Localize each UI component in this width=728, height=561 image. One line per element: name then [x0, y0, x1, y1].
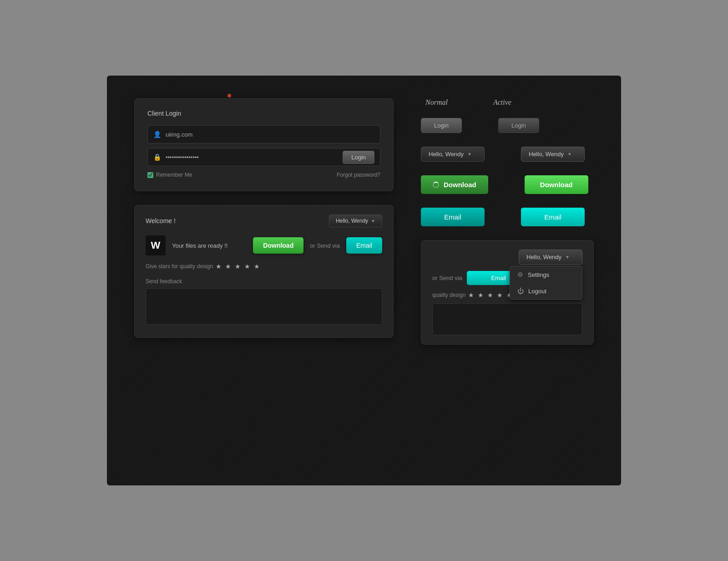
- lock-icon: 🔒: [153, 153, 161, 161]
- username-input-row: 👤: [147, 125, 380, 143]
- email-normal-button[interactable]: Email: [421, 208, 485, 226]
- welcome-title: Welcome !: [146, 217, 176, 224]
- right-column: Normal Active Login Login Hello, Wendy ▼…: [421, 98, 594, 463]
- welcome-dropdown-label: Hello, Wendy: [336, 218, 368, 224]
- settings-icon: ⚙: [517, 271, 523, 278]
- right-hello-label: Hello, Wendy: [526, 254, 561, 260]
- chevron-down-icon: ▼: [371, 219, 375, 224]
- email-buttons-row: Email Email: [421, 208, 594, 226]
- download-button-welcome[interactable]: Download: [253, 237, 303, 254]
- state-labels-row: Normal Active: [421, 98, 594, 107]
- right-stars-text: quality design: [432, 292, 465, 298]
- right-or-text: or Send via: [432, 275, 462, 281]
- left-column: Client Login 👤 🔒 Login Remember Me Forgo…: [134, 98, 394, 463]
- avatar: W: [146, 235, 166, 255]
- right-hello-dropdown[interactable]: Hello, Wendy ▼: [519, 250, 582, 265]
- welcome-panel-header: Welcome ! Hello, Wendy ▼: [146, 214, 382, 227]
- settings-label: Settings: [528, 271, 549, 278]
- settings-menu-item[interactable]: ⚙ Settings: [510, 266, 582, 283]
- feedback-label: Send feedback: [146, 278, 382, 285]
- welcome-hello-dropdown[interactable]: Hello, Wendy ▼: [329, 214, 382, 227]
- remember-me-label[interactable]: Remember Me: [147, 172, 192, 178]
- forgot-password-link[interactable]: Forgot password?: [337, 172, 380, 178]
- remember-me-checkbox[interactable]: [147, 172, 153, 178]
- hello-dropdown-active[interactable]: Hello, Wendy ▼: [521, 147, 585, 162]
- user-icon: 👤: [153, 131, 161, 138]
- login-panel-title: Client Login: [147, 110, 380, 117]
- stars-label: Give stars for quality design: [146, 263, 213, 270]
- power-icon: ⏻: [517, 287, 524, 295]
- login-active-button[interactable]: Login: [498, 118, 539, 133]
- feedback-textarea[interactable]: [146, 288, 382, 325]
- login-buttons-row: Login Login: [421, 118, 594, 133]
- password-input-row: 🔒 Login: [147, 148, 380, 166]
- download-buttons-row: Download Download: [421, 175, 594, 194]
- hello-dropdowns-row: Hello, Wendy ▼ Hello, Wendy ▼: [421, 147, 594, 162]
- hello-dropdown-normal[interactable]: Hello, Wendy ▼: [421, 147, 485, 162]
- right-star-rating[interactable]: ★ ★ ★ ★ ★: [468, 291, 513, 299]
- welcome-panel: Welcome ! Hello, Wendy ▼ W Your files ar…: [134, 205, 394, 338]
- normal-state-label: Normal: [425, 98, 448, 107]
- chevron-down-icon: ▼: [467, 152, 472, 157]
- download-normal-button[interactable]: Download: [421, 175, 488, 194]
- chevron-down-icon: ▼: [567, 152, 572, 157]
- hello-active-label: Hello, Wendy: [529, 151, 564, 158]
- password-input[interactable]: [166, 154, 343, 161]
- email-active-button[interactable]: Email: [521, 208, 585, 226]
- active-state-label: Active: [493, 98, 511, 107]
- login-bottom-row: Remember Me Forgot password?: [147, 172, 380, 178]
- inline-login-button[interactable]: Login: [343, 151, 374, 164]
- remember-me-text: Remember Me: [156, 172, 192, 178]
- files-ready-text: Your files are ready !!: [172, 242, 247, 249]
- username-input[interactable]: [166, 131, 374, 138]
- loading-spinner-icon: [433, 182, 439, 188]
- logout-menu-item[interactable]: ⏻ Logout: [510, 283, 582, 299]
- or-send-via-text: or Send via: [310, 242, 340, 249]
- right-feedback-area: [432, 303, 582, 335]
- red-dot-decoration: [228, 94, 231, 97]
- client-login-panel: Client Login 👤 🔒 Login Remember Me Forgo…: [134, 98, 394, 191]
- chevron-down-icon: ▼: [565, 255, 570, 260]
- stars-rating-row: Give stars for quality design ★ ★ ★ ★ ★: [146, 263, 382, 270]
- login-normal-button[interactable]: Login: [421, 118, 462, 133]
- download-active-button[interactable]: Download: [525, 175, 588, 194]
- main-container: Client Login 👤 🔒 Login Remember Me Forgo…: [107, 76, 621, 485]
- star-rating[interactable]: ★ ★ ★ ★ ★: [216, 263, 261, 270]
- right-panel-header: Hello, Wendy ▼ ⚙ Settings ⏻ Logout: [432, 250, 582, 265]
- email-button-welcome[interactable]: Email: [346, 237, 382, 254]
- files-ready-row: W Your files are ready !! Download or Se…: [146, 235, 382, 255]
- logout-label: Logout: [528, 288, 546, 295]
- hello-dropdown-menu: ⚙ Settings ⏻ Logout: [510, 266, 582, 300]
- right-bottom-panel: Hello, Wendy ▼ ⚙ Settings ⏻ Logout: [421, 240, 594, 345]
- hello-normal-label: Hello, Wendy: [429, 151, 464, 158]
